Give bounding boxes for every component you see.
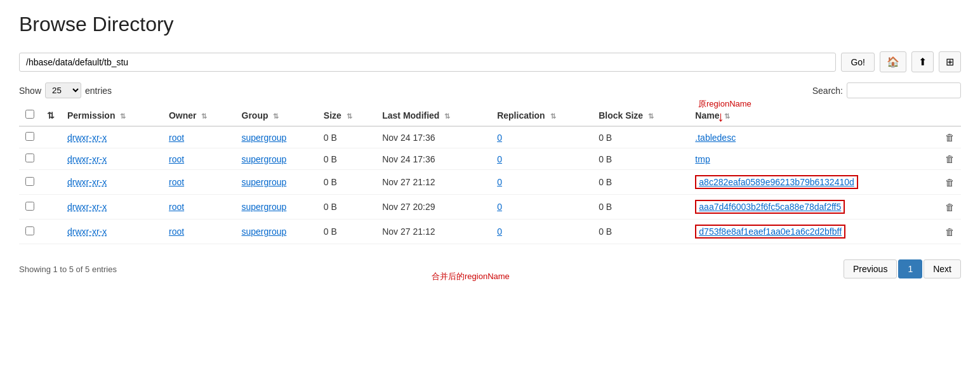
permission-link[interactable]: drwxr-xr-x xyxy=(67,177,107,187)
name-cell: tmp xyxy=(689,148,939,170)
modified-cell: Nov 24 17:36 xyxy=(376,148,491,170)
size-cell: 0 B xyxy=(317,195,376,219)
file-table: ⇅ Permission ⇅ Owner ⇅ Group ⇅ Size ⇅ La… xyxy=(19,105,961,244)
entries-select[interactable]: 10 25 50 100 xyxy=(45,82,81,98)
col-size[interactable]: Size ⇅ xyxy=(317,105,376,126)
col-permission[interactable]: Permission ⇅ xyxy=(61,105,162,126)
replication-link[interactable]: 0 xyxy=(497,154,502,164)
group-link[interactable]: supergroup xyxy=(242,177,287,187)
table-row: drwxr-xr-xrootsupergroup0 BNov 24 17:360… xyxy=(19,126,961,148)
sort-icon: ⇅ xyxy=(47,110,55,121)
owner-link[interactable]: root xyxy=(169,133,184,143)
table-row: drwxr-xr-xrootsupergroup0 BNov 24 17:360… xyxy=(19,148,961,170)
row-checkbox[interactable] xyxy=(25,202,34,211)
name-link[interactable]: aaa7d4f6003b2f6fc5ca88e78daf2ff5 xyxy=(695,200,845,214)
col-block-size[interactable]: Block Size ⇅ xyxy=(592,105,689,126)
col-replication[interactable]: Replication ⇅ xyxy=(491,105,592,126)
table-button[interactable]: ⊞ xyxy=(939,51,961,72)
delete-button[interactable]: 🗑 xyxy=(945,202,955,213)
search-input[interactable] xyxy=(847,82,961,98)
table-header-row: ⇅ Permission ⇅ Owner ⇅ Group ⇅ Size ⇅ La… xyxy=(19,105,961,126)
path-bar: Go! 🏠 ⬆ ⊞ xyxy=(19,51,961,72)
permission-link[interactable]: drwxr-xr-x xyxy=(67,202,107,212)
size-cell: 0 B xyxy=(317,148,376,170)
name-link[interactable]: a8c282eafa0589e96213b79b6132410d xyxy=(695,175,858,189)
group-link[interactable]: supergroup xyxy=(242,226,287,237)
search-label: Search: xyxy=(812,86,843,96)
group-link[interactable]: supergroup xyxy=(242,202,287,212)
owner-link[interactable]: root xyxy=(169,177,184,187)
block-size-cell: 0 B xyxy=(592,126,689,148)
modified-cell: Nov 27 21:12 xyxy=(376,170,491,195)
previous-button[interactable]: Previous xyxy=(844,259,897,278)
delete-button[interactable]: 🗑 xyxy=(945,154,955,164)
name-link[interactable]: tmp xyxy=(695,154,710,164)
top-annotation: 原regionName ↓ xyxy=(698,98,752,124)
search-box: Search: xyxy=(812,82,961,98)
table-row: drwxr-xr-xrootsupergroup0 BNov 27 20:290… xyxy=(19,195,961,219)
block-size-cell: 0 B xyxy=(592,170,689,195)
next-button[interactable]: Next xyxy=(924,259,961,278)
replication-link[interactable]: 0 xyxy=(497,177,502,187)
showing-text: Showing 1 to 5 of 5 entries xyxy=(19,265,117,274)
permission-link[interactable]: drwxr-xr-x xyxy=(67,133,107,143)
permission-link[interactable]: drwxr-xr-x xyxy=(67,154,107,164)
table-row: drwxr-xr-xrootsupergroup0 BNov 27 21:120… xyxy=(19,219,961,244)
col-group[interactable]: Group ⇅ xyxy=(235,105,317,126)
owner-link[interactable]: root xyxy=(169,226,184,237)
modified-cell: Nov 27 21:12 xyxy=(376,219,491,244)
replication-link[interactable]: 0 xyxy=(497,202,502,212)
delete-button[interactable]: 🗑 xyxy=(945,132,955,143)
modified-cell: Nov 27 20:29 xyxy=(376,195,491,219)
page-1-button[interactable]: 1 xyxy=(898,259,922,278)
bottom-annotation: 合并后的regionName xyxy=(432,271,510,282)
page-title: Browse Directory xyxy=(19,13,961,36)
group-link[interactable]: supergroup xyxy=(242,154,287,164)
name-cell: aaa7d4f6003b2f6fc5ca88e78daf2ff5 xyxy=(689,195,939,219)
name-link[interactable]: d753f8e8af1eaef1aa0e1a6c2d2bfbff xyxy=(695,225,845,239)
size-cell: 0 B xyxy=(317,170,376,195)
row-checkbox[interactable] xyxy=(25,154,34,162)
col-owner[interactable]: Owner ⇅ xyxy=(162,105,235,126)
modified-cell: Nov 24 17:36 xyxy=(376,126,491,148)
upload-button[interactable]: ⬆ xyxy=(911,51,934,72)
show-entries: Show 10 25 50 100 entries xyxy=(19,82,112,98)
row-checkbox[interactable] xyxy=(25,226,34,235)
group-link[interactable]: supergroup xyxy=(242,133,287,143)
size-cell: 0 B xyxy=(317,219,376,244)
folder-button[interactable]: 🏠 xyxy=(880,51,906,72)
owner-link[interactable]: root xyxy=(169,202,184,212)
name-link[interactable]: .tabledesc xyxy=(695,133,736,143)
delete-button[interactable]: 🗑 xyxy=(945,177,955,188)
block-size-cell: 0 B xyxy=(592,195,689,219)
table-wrapper: 原regionName ↓ ⇅ Permission ⇅ Owner ⇅ Gro… xyxy=(19,105,961,244)
owner-link[interactable]: root xyxy=(169,154,184,164)
delete-button[interactable]: 🗑 xyxy=(945,226,955,237)
permission-link[interactable]: drwxr-xr-x xyxy=(67,226,107,237)
name-cell: .tabledesc xyxy=(689,126,939,148)
replication-link[interactable]: 0 xyxy=(497,226,502,237)
replication-link[interactable]: 0 xyxy=(497,133,502,143)
name-cell: d753f8e8af1eaef1aa0e1a6c2d2bfbff xyxy=(689,219,939,244)
select-all-checkbox[interactable] xyxy=(25,110,34,119)
size-cell: 0 B xyxy=(317,126,376,148)
block-size-cell: 0 B xyxy=(592,219,689,244)
entries-label: entries xyxy=(85,86,112,96)
show-label: Show xyxy=(19,86,41,96)
go-button[interactable]: Go! xyxy=(841,53,875,72)
path-input[interactable] xyxy=(19,53,836,72)
col-last-modified[interactable]: Last Modified ⇅ xyxy=(376,105,491,126)
table-row: drwxr-xr-xrootsupergroup0 BNov 27 21:120… xyxy=(19,170,961,195)
toolbar: Show 10 25 50 100 entries Search: xyxy=(19,82,961,98)
row-checkbox[interactable] xyxy=(25,177,34,186)
block-size-cell: 0 B xyxy=(592,148,689,170)
row-checkbox[interactable] xyxy=(25,132,34,141)
name-cell: a8c282eafa0589e96213b79b6132410d xyxy=(689,170,939,195)
pagination: Previous 1 Next xyxy=(844,259,961,278)
table-body: drwxr-xr-xrootsupergroup0 BNov 24 17:360… xyxy=(19,126,961,244)
